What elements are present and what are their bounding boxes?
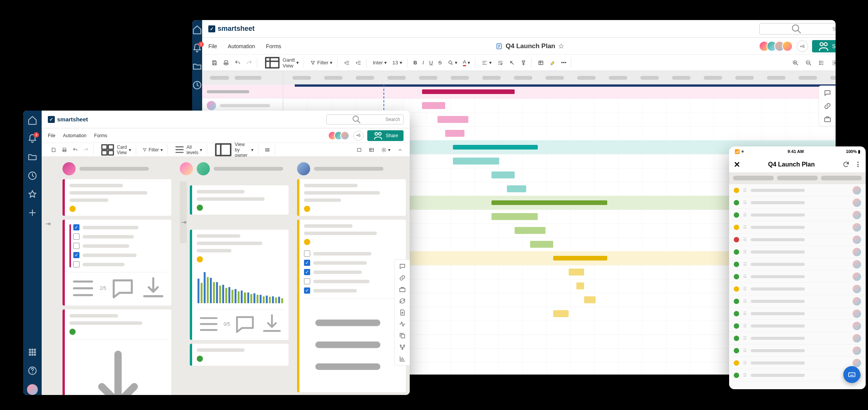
- apps-icon[interactable]: [27, 347, 37, 357]
- wrap-icon[interactable]: [495, 58, 506, 67]
- plus-icon[interactable]: [27, 208, 37, 218]
- checkbox[interactable]: ✓: [304, 260, 310, 266]
- checkbox[interactable]: [73, 234, 79, 240]
- align-icon[interactable]: ▾: [479, 58, 494, 67]
- briefcase-icon[interactable]: [824, 115, 831, 123]
- bell-icon[interactable]: 3: [27, 134, 37, 144]
- checkbox[interactable]: ✓: [304, 269, 310, 275]
- more-icon[interactable]: ⋮: [855, 161, 861, 168]
- font-size-selector[interactable]: 13 ▾: [390, 58, 404, 67]
- share-button[interactable]: Share: [812, 40, 836, 52]
- menu-forms[interactable]: Forms: [94, 133, 107, 138]
- save-icon[interactable]: [49, 146, 59, 154]
- add-file-icon[interactable]: [399, 309, 406, 316]
- menu-forms[interactable]: Forms: [266, 43, 281, 49]
- mobile-row[interactable]: ☰: [729, 344, 866, 357]
- home-icon[interactable]: [27, 115, 37, 125]
- card[interactable]: ✓ ✓ ✓ 3/5: [297, 220, 406, 392]
- avatar-overflow[interactable]: +6: [353, 131, 363, 141]
- star-icon[interactable]: [27, 189, 37, 199]
- clear-format-icon[interactable]: [507, 58, 517, 67]
- checkbox[interactable]: ✓: [304, 287, 310, 294]
- card-board[interactable]: ⇥ ✓ ✓: [42, 157, 410, 395]
- format-painter-icon[interactable]: [518, 58, 529, 67]
- briefcase-icon[interactable]: [399, 286, 406, 293]
- checkbox[interactable]: [304, 250, 310, 257]
- save-icon[interactable]: [209, 58, 220, 67]
- zoom-out-icon[interactable]: [803, 58, 814, 67]
- chart-icon[interactable]: [399, 355, 406, 362]
- mobile-row[interactable]: ☰: [729, 197, 866, 209]
- view-selector[interactable]: Card View ▾: [98, 141, 133, 159]
- checkbox[interactable]: [73, 261, 79, 267]
- expand-lane-icon[interactable]: ⇥: [181, 218, 289, 226]
- bell-icon[interactable]: 3: [192, 43, 202, 53]
- print-icon[interactable]: [59, 146, 69, 154]
- filter-button[interactable]: Filter ▾: [308, 58, 335, 67]
- menu-automation[interactable]: Automation: [228, 43, 255, 49]
- mobile-tabs[interactable]: [729, 173, 866, 184]
- mobile-list[interactable]: ☰ ☰ ☰ ☰ ☰ ☰ ☰ ☰ ☰ ☰ ☰ ☰ ☰ ☰ ☰ ☰: [729, 184, 866, 389]
- workflow-icon[interactable]: [399, 344, 406, 351]
- expand-lane-icon[interactable]: ⇥: [46, 220, 54, 227]
- search-input[interactable]: Search: [326, 114, 404, 124]
- clock-icon[interactable]: [27, 171, 37, 181]
- folder-icon[interactable]: [27, 152, 37, 162]
- highlight-icon[interactable]: [547, 58, 558, 67]
- fill-color-icon[interactable]: ▾: [445, 58, 460, 67]
- checkbox[interactable]: [73, 243, 79, 249]
- lane-collapse[interactable]: [180, 181, 187, 243]
- print-icon[interactable]: [221, 58, 231, 67]
- help-icon[interactable]: [27, 366, 37, 376]
- card[interactable]: ✓ ✓ 2/5: [62, 220, 171, 306]
- link-icon[interactable]: [399, 274, 406, 281]
- card[interactable]: [190, 185, 289, 215]
- mobile-row[interactable]: ☰: [729, 258, 866, 271]
- checkbox[interactable]: [304, 278, 310, 284]
- gantt-group-row[interactable]: [202, 85, 283, 99]
- outdent-icon[interactable]: [341, 58, 352, 67]
- clock-icon[interactable]: [192, 80, 202, 90]
- comment-icon[interactable]: [399, 263, 406, 270]
- undo-icon[interactable]: [70, 146, 80, 154]
- avatar-stack[interactable]: [762, 41, 793, 52]
- star-icon[interactable]: [558, 43, 564, 49]
- gear-icon[interactable]: [829, 58, 836, 67]
- mobile-row[interactable]: ☰: [729, 332, 866, 344]
- checkbox[interactable]: ✓: [73, 252, 79, 258]
- mobile-row[interactable]: ☰: [729, 234, 866, 246]
- mobile-row[interactable]: ☰: [729, 246, 866, 258]
- italic-icon[interactable]: I: [420, 58, 426, 67]
- view-selector[interactable]: Gantt View ▾: [261, 52, 301, 73]
- zoom-in-icon[interactable]: [790, 58, 801, 67]
- layout-icon[interactable]: [366, 146, 377, 154]
- settings-list-icon[interactable]: [816, 58, 827, 67]
- checkbox[interactable]: ✓: [73, 224, 79, 230]
- text-color-icon[interactable]: A ▾: [461, 57, 473, 68]
- share-button[interactable]: Share: [367, 130, 404, 141]
- menu-automation[interactable]: Automation: [63, 133, 86, 138]
- card[interactable]: [62, 179, 171, 216]
- search-input[interactable]: Search: [759, 23, 836, 35]
- folder-icon[interactable]: [192, 62, 202, 72]
- font-selector[interactable]: Inter ▾: [370, 58, 389, 67]
- user-avatar[interactable]: [27, 384, 38, 395]
- gear-icon[interactable]: ▾: [379, 146, 393, 154]
- mobile-row[interactable]: ☰: [729, 295, 866, 308]
- link-icon[interactable]: [824, 102, 831, 110]
- more-icon[interactable]: •••: [559, 58, 569, 67]
- card-icon[interactable]: [354, 146, 364, 154]
- activity-icon[interactable]: [399, 321, 406, 328]
- mobile-row[interactable]: ☰: [729, 308, 866, 320]
- home-icon[interactable]: [192, 25, 202, 35]
- card[interactable]: 0/5: [190, 230, 289, 340]
- mobile-row[interactable]: ☰: [729, 320, 866, 332]
- chevron-up-icon[interactable]: [395, 146, 405, 154]
- redo-icon[interactable]: [81, 146, 91, 154]
- refresh-icon[interactable]: [399, 297, 406, 304]
- close-icon[interactable]: ✕: [734, 160, 740, 169]
- indent-icon[interactable]: [353, 58, 364, 67]
- keyboard-fab[interactable]: [843, 366, 860, 383]
- underline-icon[interactable]: U: [427, 58, 435, 67]
- copy-icon[interactable]: [399, 332, 406, 339]
